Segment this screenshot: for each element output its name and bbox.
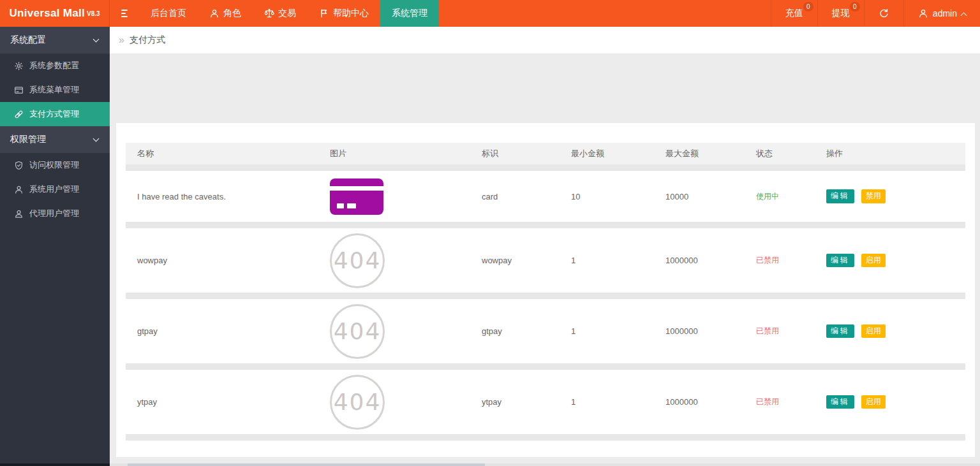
withdraw-button[interactable]: 提现 0: [817, 0, 864, 27]
payment-max-amount: 1000000: [654, 256, 745, 265]
refresh-button[interactable]: [864, 0, 903, 27]
payment-ident: ytpay: [470, 397, 560, 407]
payment-methods-card: 名称 图片 标识 最小金额 最大金额 状态 操作 I have read the…: [116, 123, 975, 457]
window-icon: [14, 85, 24, 95]
col-header-max: 最大金额: [654, 148, 745, 159]
topbar: Universal MallV8.3 后台首页 角色 交易 帮助中心 系统管理 …: [0, 0, 980, 27]
missing-image-404: 404: [330, 233, 385, 288]
edit-button[interactable]: 编辑: [826, 395, 854, 409]
user-name: admin: [933, 8, 957, 18]
scrollbar-thumb[interactable]: [128, 463, 485, 466]
sidebar: 系统配置 系统参数配置 系统菜单管理 支付方式管理 权限管理 访问权限管理 系统…: [0, 27, 110, 463]
actions-cell: 编辑 禁用: [815, 189, 965, 203]
sidebar-section-system-config[interactable]: 系统配置: [0, 27, 110, 54]
sidebar-item-label: 系统用户管理: [29, 184, 79, 195]
nav-item-roles[interactable]: 角色: [198, 0, 253, 27]
recharge-button[interactable]: 充值 0: [771, 0, 817, 27]
edit-button[interactable]: 编辑: [826, 189, 854, 203]
sidebar-item-agent-users[interactable]: 代理用户管理: [0, 201, 110, 226]
nav-item-home[interactable]: 后台首页: [139, 0, 198, 27]
link-icon: [14, 110, 24, 119]
topbar-right: 充值 0 提现 0 admin: [771, 0, 980, 27]
payment-name: wowpay: [126, 256, 318, 265]
col-header-image: 图片: [318, 148, 470, 159]
table-row: I have read the caveats. card 10 10000 使…: [126, 171, 965, 222]
sidebar-toggle-button[interactable]: [110, 0, 139, 27]
table-row: wowpay 404 wowpay 1 1000000 已禁用 编辑 启用: [126, 228, 965, 293]
table-row: gtpay 404 gtpay 1 1000000 已禁用 编辑 启用: [126, 299, 965, 363]
actions-cell: 编辑 启用: [815, 395, 965, 409]
row-separator: [126, 363, 965, 370]
missing-image-404: 404: [330, 304, 385, 359]
scrollbar-corner: [0, 463, 110, 466]
payment-methods-table: 名称 图片 标识 最小金额 最大金额 状态 操作 I have read the…: [126, 143, 965, 441]
toggle-enable-button[interactable]: 启用: [861, 395, 886, 409]
row-separator: [126, 434, 965, 441]
image-cell: 404: [318, 304, 470, 359]
payment-name: gtpay: [126, 326, 318, 336]
nav-roles-label: 角色: [223, 8, 241, 19]
user-menu[interactable]: admin: [903, 0, 980, 27]
sidebar-section-permissions[interactable]: 权限管理: [0, 126, 110, 153]
status-text: 已禁用: [756, 326, 779, 335]
admin-app: Universal MallV8.3 后台首页 角色 交易 帮助中心 系统管理 …: [0, 0, 980, 466]
person-icon: [209, 8, 219, 18]
actions-cell: 编辑 启用: [815, 324, 965, 339]
payment-ident: gtpay: [470, 326, 560, 336]
agent-user-icon: [14, 209, 24, 219]
nav-home-label: 后台首页: [151, 8, 186, 19]
nav-trade-label: 交易: [278, 8, 296, 19]
chevron-down-icon: [93, 136, 100, 142]
table-row: ytpay 404 ytpay 1 1000000 已禁用 编辑 启用: [126, 370, 965, 434]
edit-button[interactable]: 编辑: [826, 254, 854, 268]
recharge-label: 充值: [785, 8, 803, 19]
person-icon: [918, 8, 928, 18]
toggle-enable-button[interactable]: 启用: [861, 254, 886, 268]
payment-max-amount: 10000: [654, 192, 745, 201]
status-cell: 已禁用: [745, 397, 815, 407]
sidebar-item-access-permissions[interactable]: 访问权限管理: [0, 153, 110, 177]
breadcrumb-caret-icon: »: [119, 34, 124, 46]
scrollbar-track[interactable]: [110, 463, 980, 466]
image-cell: [318, 178, 470, 215]
table-body: I have read the caveats. card 10 10000 使…: [126, 164, 965, 441]
sidebar-item-label: 支付方式管理: [29, 108, 79, 120]
status-cell: 使用中: [745, 191, 815, 202]
sidebar-item-system-users[interactable]: 系统用户管理: [0, 177, 110, 201]
col-header-min: 最小金额: [560, 148, 654, 159]
toggle-enable-button[interactable]: 启用: [861, 324, 886, 339]
section-label: 权限管理: [10, 134, 46, 145]
nav-item-system[interactable]: 系统管理: [380, 0, 439, 27]
sidebar-item-system-params[interactable]: 系统参数配置: [0, 54, 110, 78]
payment-ident: wowpay: [470, 256, 560, 265]
withdraw-label: 提现: [832, 8, 850, 19]
chevron-up-icon: [961, 12, 967, 18]
section-label: 系统配置: [10, 34, 46, 46]
nav-item-help[interactable]: 帮助中心: [308, 0, 380, 27]
col-header-name: 名称: [126, 148, 318, 159]
gear-icon: [14, 61, 24, 71]
shield-check-icon: [14, 161, 24, 170]
brand-logo[interactable]: Universal MallV8.3: [0, 0, 110, 27]
row-separator: [126, 293, 965, 299]
sidebar-item-system-menu[interactable]: 系统菜单管理: [0, 78, 110, 102]
sidebar-item-payment-methods[interactable]: 支付方式管理: [0, 102, 110, 126]
horizontal-scrollbar: [0, 463, 980, 466]
user-icon: [14, 185, 24, 194]
image-cell: 404: [318, 233, 470, 288]
nav-item-trade[interactable]: 交易: [253, 0, 308, 27]
sidebar-item-label: 访问权限管理: [29, 159, 79, 171]
topbar-spacer: [439, 0, 771, 27]
status-cell: 已禁用: [745, 326, 815, 337]
nav-system-label: 系统管理: [392, 8, 427, 19]
sidebar-item-label: 系统菜单管理: [29, 84, 79, 96]
payment-min-amount: 1: [560, 326, 654, 336]
toggle-enable-button[interactable]: 禁用: [861, 189, 886, 203]
recharge-badge: 0: [803, 2, 813, 11]
flag-icon: [319, 8, 329, 18]
status-text: 已禁用: [756, 256, 779, 265]
brand-name: Universal Mall: [9, 7, 85, 20]
edit-button[interactable]: 编辑: [826, 324, 854, 339]
payment-min-amount: 1: [560, 256, 654, 265]
payment-min-amount: 1: [560, 397, 654, 407]
